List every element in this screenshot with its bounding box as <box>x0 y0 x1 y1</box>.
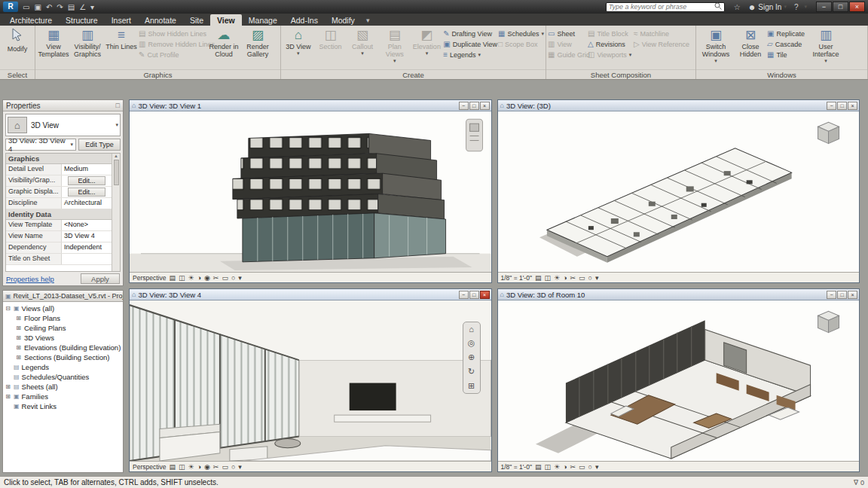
crop-region-icon[interactable]: ▭ <box>579 274 585 282</box>
tree-item-3d-views[interactable]: ⊞ 3D Views <box>5 333 123 343</box>
lock-view-icon[interactable]: ○ <box>588 463 592 471</box>
crop-region-icon[interactable]: ▭ <box>222 274 228 282</box>
tree-item-revit-links[interactable]: ▣ Revit Links <box>5 401 123 411</box>
drafting-view-button[interactable]: ✎ Drafting View <box>443 29 497 38</box>
close-hidden-button[interactable]: ⊠ Close Hidden <box>735 27 766 58</box>
render-icon[interactable]: ◉ <box>204 463 210 471</box>
tab-addins[interactable]: Add-Ins <box>284 14 325 26</box>
measure-icon[interactable]: ∠ <box>79 3 86 11</box>
search-icon[interactable] <box>714 2 722 11</box>
steering-wheel-icon[interactable]: ◎ <box>468 338 475 348</box>
duplicate-view-button[interactable]: ▣ Duplicate View <box>443 40 497 48</box>
scope-box-button[interactable]: □ Scope Box <box>498 40 544 48</box>
crop-view-icon[interactable]: ✂ <box>213 463 219 471</box>
ribbon-display-toggle-icon[interactable]: ▾ <box>366 17 370 26</box>
show-hidden-lines-button[interactable]: ▤ Show Hidden Lines <box>139 29 206 38</box>
3d-view-button[interactable]: ⌂ 3D View ▾ <box>283 27 314 56</box>
visual-style-icon[interactable]: ◫ <box>179 274 185 282</box>
shadows-icon[interactable]: ◑ <box>563 463 567 471</box>
tree-item-schedules[interactable]: ▤ Schedules/Quantities <box>5 372 123 382</box>
crop-view-icon[interactable]: ✂ <box>213 274 219 282</box>
view-bar-caret-icon[interactable]: ▾ <box>595 274 599 282</box>
favorites-star-icon[interactable]: ☆ <box>734 3 741 11</box>
detail-level-icon[interactable]: ▤ <box>169 274 176 282</box>
edit-button[interactable]: Edit... <box>68 188 105 197</box>
scale-label[interactable]: 1/8" = 1'-0" <box>501 274 532 282</box>
shadows-icon[interactable]: ◑ <box>197 463 201 471</box>
view-button[interactable]: ▥ View <box>548 40 587 48</box>
tree-item-families[interactable]: ⊞ ▣ Families <box>5 392 123 401</box>
expander-icon[interactable]: ⊞ <box>5 383 11 390</box>
viewport-close-button[interactable]: × <box>480 291 490 299</box>
viewport-close-button[interactable]: × <box>848 291 857 299</box>
3d-canvas[interactable] <box>498 300 860 461</box>
window-restore-button[interactable]: □ <box>833 2 848 12</box>
3d-canvas[interactable] <box>498 111 860 272</box>
visual-style-icon[interactable]: ◫ <box>179 463 185 471</box>
save-icon[interactable]: ▣ <box>34 3 41 11</box>
properties-header[interactable]: Properties □ <box>3 100 123 111</box>
3d-canvas[interactable] <box>130 111 491 272</box>
property-value[interactable]: Architectural <box>62 198 112 209</box>
property-value[interactable]: Medium <box>62 164 112 175</box>
viewport-restore-button[interactable]: □ <box>837 102 847 110</box>
scale-label[interactable]: Perspective <box>133 274 166 282</box>
tree-item-legends[interactable]: ▤ Legends <box>5 362 123 372</box>
replicate-button[interactable]: ▣ Replicate <box>767 29 808 38</box>
callout-button[interactable]: ▧ Callout ▾ <box>347 27 378 56</box>
sun-path-icon[interactable]: ☀ <box>554 274 560 282</box>
window-close-button[interactable]: × <box>849 2 865 12</box>
property-value[interactable]: <None> <box>62 220 112 230</box>
viewports-button[interactable]: ◫ Viewports ▾ <box>588 50 633 59</box>
viewport-close-button[interactable]: × <box>848 102 857 110</box>
lock-view-icon[interactable]: ○ <box>231 463 235 471</box>
tree-item-sheets[interactable]: ⊞ ▤ Sheets (all) <box>5 382 123 392</box>
3d-canvas[interactable]: ⌂ ◎ ⊕ ↻ ⊞ <box>130 300 491 461</box>
print-icon[interactable]: ▤ <box>68 3 75 11</box>
project-browser-header[interactable]: ▣ Revit_LT_2013-Dataset_V5.rvt - Proje..… <box>3 291 123 302</box>
navigation-bar[interactable]: ⌂ ◎ ⊕ ↻ ⊞ <box>463 322 481 394</box>
crop-view-icon[interactable]: ✂ <box>570 274 576 282</box>
plan-views-button[interactable]: ▤ Plan Views ▾ <box>379 27 411 64</box>
viewport-titlebar[interactable]: ⌂ 3D View: 3D View 4 − □ × <box>130 289 491 300</box>
section-header-identity-data[interactable]: Identity Data <box>6 209 112 220</box>
tab-manage[interactable]: Manage <box>242 14 284 26</box>
orbit-icon[interactable]: ↻ <box>468 367 475 377</box>
expander-icon[interactable]: ⊞ <box>15 354 22 361</box>
tree-item-sections[interactable]: ⊞ Sections (Building Section) <box>5 352 123 362</box>
cut-profile-button[interactable]: ✎ Cut Profile <box>139 50 206 59</box>
guide-grid-button[interactable]: ▦ Guide Grid <box>548 50 587 59</box>
viewport-minimize-button[interactable]: − <box>459 291 469 299</box>
apply-button[interactable]: Apply <box>81 273 120 284</box>
detail-level-icon[interactable]: ▤ <box>535 463 542 471</box>
properties-scrollbar[interactable]: ▲ <box>112 154 120 271</box>
detail-level-icon[interactable]: ▤ <box>535 274 542 282</box>
help-icon[interactable]: ? <box>794 3 799 11</box>
legends-button[interactable]: ≡ Legends ▾ <box>443 50 497 59</box>
expander-icon[interactable]: ⊞ <box>15 334 22 341</box>
qat-caret-icon[interactable]: ▾ <box>90 3 94 11</box>
cascade-button[interactable]: ▱ Cascade <box>767 40 808 48</box>
type-selector[interactable]: ⌂ 3D View ▾ <box>5 114 121 136</box>
tree-item-views-all[interactable]: ⊟ ▣ Views (all) <box>5 303 123 313</box>
view-templates-button[interactable]: ▦ View Templates <box>37 27 70 58</box>
scroll-up-icon[interactable]: ▲ <box>114 154 118 158</box>
view-reference-button[interactable]: ▷ View Reference <box>634 40 688 48</box>
user-interface-button[interactable]: ▥ User Interface ▾ <box>808 27 843 64</box>
sign-in-button[interactable]: ☻ Sign In ▾ <box>748 3 787 11</box>
undo-icon[interactable]: ↶ <box>46 3 52 11</box>
viewport-titlebar[interactable]: ⌂ 3D View: 3D of Room 10 − □ × <box>498 289 860 300</box>
section-button[interactable]: ◫ Section <box>315 27 347 50</box>
section-header-graphics[interactable]: Graphics <box>6 154 112 164</box>
view-bar-caret-icon[interactable]: ▾ <box>595 463 599 471</box>
redo-icon[interactable]: ↷ <box>57 3 63 11</box>
app-logo-icon[interactable]: R <box>3 2 18 12</box>
expander-icon[interactable]: ⊞ <box>15 315 22 322</box>
modify-button[interactable]: Modify <box>2 27 33 53</box>
tab-structure[interactable]: Structure <box>59 14 105 26</box>
visual-style-icon[interactable]: ◫ <box>544 463 551 471</box>
open-icon[interactable]: ▭ <box>23 3 29 11</box>
visibility-graphics-button[interactable]: ▥ Visibility/ Graphics <box>71 27 104 58</box>
detail-level-icon[interactable]: ▤ <box>169 463 176 471</box>
crop-view-icon[interactable]: ✂ <box>570 463 576 471</box>
